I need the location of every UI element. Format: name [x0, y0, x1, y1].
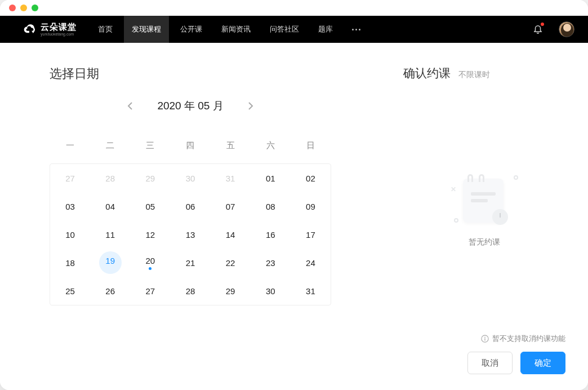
- confirm-button[interactable]: 确定: [520, 352, 565, 374]
- app-window: 云朵课堂 yunduoketang.com 首页发现课程公开课新闻资讯问答社区题…: [0, 0, 588, 390]
- empty-state: ✕ 暂无约课: [403, 86, 565, 334]
- footer-note: 暂不支持取消约课功能: [403, 334, 565, 344]
- calendar-day[interactable]: 26: [90, 277, 130, 305]
- event-dot: [109, 267, 112, 270]
- brand-logo[interactable]: 云朵课堂 yunduoketang.com: [23, 23, 77, 36]
- calendar-header: 2020 年 05 月: [50, 98, 331, 114]
- calendar-day[interactable]: 17: [291, 220, 331, 249]
- nav-item-5[interactable]: 题库: [310, 16, 341, 43]
- notification-dot: [541, 23, 544, 26]
- cancel-button[interactable]: 取消: [467, 352, 513, 374]
- main-content: 选择日期 2020 年 05 月 一二三四五六日 272829303101020…: [0, 43, 588, 390]
- calendar-day[interactable]: 06: [170, 192, 210, 220]
- calendar-day[interactable]: 01: [251, 164, 291, 192]
- window-zoom-button[interactable]: [32, 5, 38, 11]
- calendar-day[interactable]: 16: [251, 220, 291, 249]
- calendar-day: 30: [170, 164, 210, 192]
- nav-item-3[interactable]: 新闻资讯: [213, 16, 259, 43]
- nav-item-1[interactable]: 发现课程: [124, 16, 169, 43]
- action-buttons: 取消 确定: [403, 352, 565, 374]
- calendar-weekday: 六: [251, 128, 291, 163]
- calendar-weekday: 四: [170, 128, 210, 163]
- calendar-weekday: 三: [130, 128, 170, 163]
- calendar: 2020 年 05 月 一二三四五六日 27282930310102030405…: [50, 98, 331, 305]
- calendar-day: 27: [50, 164, 90, 192]
- calendar-day[interactable]: 08: [251, 192, 291, 220]
- calendar-day[interactable]: 30: [251, 277, 291, 305]
- notifications-button[interactable]: [533, 24, 543, 36]
- calendar-day: 31: [211, 164, 251, 192]
- event-dot: [149, 267, 152, 270]
- calendar-day[interactable]: 12: [130, 220, 170, 249]
- calendar-day[interactable]: 29: [211, 277, 251, 305]
- window-minimize-button[interactable]: [20, 5, 27, 11]
- window-close-button[interactable]: [9, 5, 16, 11]
- calendar-day[interactable]: 02: [291, 164, 331, 192]
- calendar-day[interactable]: 21: [170, 249, 210, 277]
- calendar-day[interactable]: 25: [50, 277, 90, 305]
- user-avatar[interactable]: [559, 21, 574, 37]
- calendar-day[interactable]: 27: [130, 277, 170, 305]
- calendar-weekday: 一: [50, 128, 90, 163]
- nav-item-0[interactable]: 首页: [90, 16, 121, 43]
- chevron-right-icon: [248, 101, 253, 110]
- nav-more-button[interactable]: [344, 16, 368, 43]
- confirm-pane: 确认约课 不限课时 ✕ 暂无约课: [390, 43, 588, 390]
- confirm-title: 确认约课: [403, 65, 451, 81]
- brand-domain: yunduoketang.com: [41, 32, 77, 36]
- brand-name: 云朵课堂: [41, 23, 77, 31]
- top-nav: 云朵课堂 yunduoketang.com 首页发现课程公开课新闻资讯问答社区题…: [0, 16, 588, 43]
- calendar-weekday: 五: [211, 128, 251, 163]
- calendar-day: 29: [130, 164, 170, 192]
- info-icon: [481, 335, 489, 343]
- empty-text: 暂无约课: [469, 237, 500, 247]
- calendar-day[interactable]: 14: [211, 220, 251, 249]
- confirm-subtitle: 不限课时: [458, 70, 490, 80]
- calendar-day[interactable]: 13: [170, 220, 210, 249]
- calendar-weekday-row: 一二三四五六日: [50, 127, 331, 163]
- calendar-day[interactable]: 05: [130, 192, 170, 220]
- empty-illustration: ✕: [451, 172, 518, 228]
- calendar-day[interactable]: 24: [291, 249, 331, 277]
- date-picker-pane: 选择日期 2020 年 05 月 一二三四五六日 272829303101020…: [0, 43, 390, 390]
- calendar-day[interactable]: 11: [90, 220, 130, 249]
- calendar-day[interactable]: 03: [50, 192, 90, 220]
- calendar-weekday: 二: [90, 128, 130, 163]
- nav-item-2[interactable]: 公开课: [172, 16, 210, 43]
- footer-note-text: 暂不支持取消约课功能: [492, 334, 565, 344]
- calendar-day[interactable]: 22: [211, 249, 251, 277]
- calendar-day[interactable]: 18: [50, 249, 90, 277]
- calendar-day[interactable]: 20: [130, 249, 170, 277]
- svg-point-1: [484, 337, 485, 338]
- calendar-day: 28: [90, 164, 130, 192]
- prev-month-button[interactable]: [122, 98, 138, 114]
- window-titlebar: [0, 0, 588, 16]
- calendar-month-label: 2020 年 05 月: [157, 99, 223, 113]
- calendar-day[interactable]: 04: [90, 192, 130, 220]
- next-month-button[interactable]: [243, 98, 259, 114]
- calendar-day[interactable]: 28: [170, 277, 210, 305]
- chevron-left-icon: [127, 101, 133, 110]
- calendar-day[interactable]: 23: [251, 249, 291, 277]
- calendar-day[interactable]: 19: [90, 249, 130, 277]
- calendar-day[interactable]: 09: [291, 192, 331, 220]
- calendar-body: 2728293031010203040506070809101112131416…: [50, 163, 331, 305]
- svg-rect-2: [484, 338, 485, 340]
- calendar-day[interactable]: 31: [291, 277, 331, 305]
- cloud-logo-icon: [23, 23, 38, 36]
- calendar-day[interactable]: 07: [211, 192, 251, 220]
- date-picker-title: 选择日期: [50, 65, 365, 82]
- calendar-day[interactable]: 10: [50, 220, 90, 249]
- nav-item-4[interactable]: 问答社区: [262, 16, 307, 43]
- calendar-weekday: 日: [291, 128, 331, 163]
